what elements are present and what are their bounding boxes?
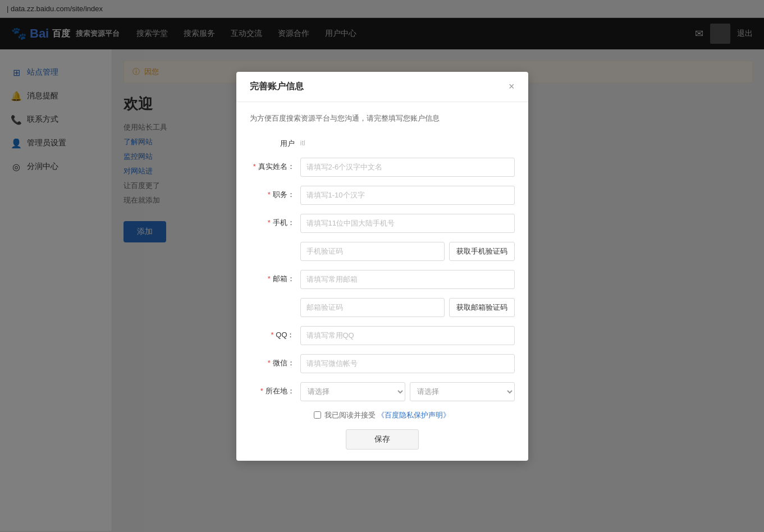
email-label: 邮箱： <box>250 270 300 284</box>
username-label: 用户 <box>250 135 300 149</box>
qq-input[interactable] <box>300 326 515 345</box>
location-label: 所在地： <box>250 382 300 396</box>
privacy-text: 我已阅读并接受 <box>324 411 376 419</box>
email-row: 邮箱： <box>250 270 515 289</box>
real-name-row: 真实姓名： <box>250 158 515 177</box>
phone-input[interactable] <box>300 214 515 233</box>
email-verify-group: 获取邮箱验证码 <box>300 298 515 317</box>
modal-body: 为方便百度搜索资源平台与您沟通，请完整填写您账户信息 用户 itl 真实姓名： … <box>236 102 528 461</box>
phone-verify-row: 获取手机验证码 <box>250 242 515 261</box>
wechat-input[interactable] <box>300 354 515 373</box>
phone-verify-group: 获取手机验证码 <box>300 242 515 261</box>
province-select[interactable]: 请选择 <box>300 382 405 401</box>
real-name-input[interactable] <box>300 158 515 177</box>
privacy-checkbox[interactable] <box>314 411 321 419</box>
position-row: 职务： <box>250 186 515 205</box>
save-button[interactable]: 保存 <box>346 429 419 450</box>
position-input[interactable] <box>300 186 515 205</box>
save-button-wrap: 保存 <box>250 429 515 450</box>
email-verify-input[interactable] <box>300 298 445 317</box>
city-select[interactable]: 请选择 <box>410 382 515 401</box>
phone-verify-input[interactable] <box>300 242 445 261</box>
email-verify-row: 获取邮箱验证码 <box>250 298 515 317</box>
position-label: 职务： <box>250 186 300 200</box>
username-value: itl <box>300 135 515 147</box>
modal-complete-account: 完善账户信息 × 为方便百度搜索资源平台与您沟通，请完整填写您账户信息 用户 i… <box>236 72 528 461</box>
privacy-row: 我已阅读并接受 《百度隐私保护声明》 <box>250 410 515 420</box>
privacy-link[interactable]: 《百度隐私保护声明》 <box>377 411 450 419</box>
modal-close-button[interactable]: × <box>509 81 515 93</box>
qq-row: QQ： <box>250 326 515 345</box>
location-row: 所在地： 请选择 请选择 <box>250 382 515 401</box>
email-input[interactable] <box>300 270 515 289</box>
email-verify-label <box>250 298 300 302</box>
get-email-code-button[interactable]: 获取邮箱验证码 <box>449 298 515 317</box>
get-phone-code-button[interactable]: 获取手机验证码 <box>449 242 515 261</box>
privacy-label[interactable]: 我已阅读并接受 《百度隐私保护声明》 <box>324 410 451 420</box>
wechat-row: 微信： <box>250 354 515 373</box>
modal-header: 完善账户信息 × <box>236 72 528 102</box>
username-row: 用户 itl <box>250 135 515 149</box>
wechat-label: 微信： <box>250 354 300 368</box>
modal-description: 为方便百度搜索资源平台与您沟通，请完整填写您账户信息 <box>250 113 515 123</box>
modal-title: 完善账户信息 <box>250 81 304 93</box>
location-selects: 请选择 请选择 <box>300 382 515 401</box>
real-name-label: 真实姓名： <box>250 158 300 172</box>
phone-label: 手机： <box>250 214 300 228</box>
phone-row: 手机： <box>250 214 515 233</box>
phone-verify-label <box>250 242 300 246</box>
modal-overlay: 完善账户信息 × 为方便百度搜索资源平台与您沟通，请完整填写您账户信息 用户 i… <box>0 0 764 531</box>
qq-label: QQ： <box>250 326 300 340</box>
